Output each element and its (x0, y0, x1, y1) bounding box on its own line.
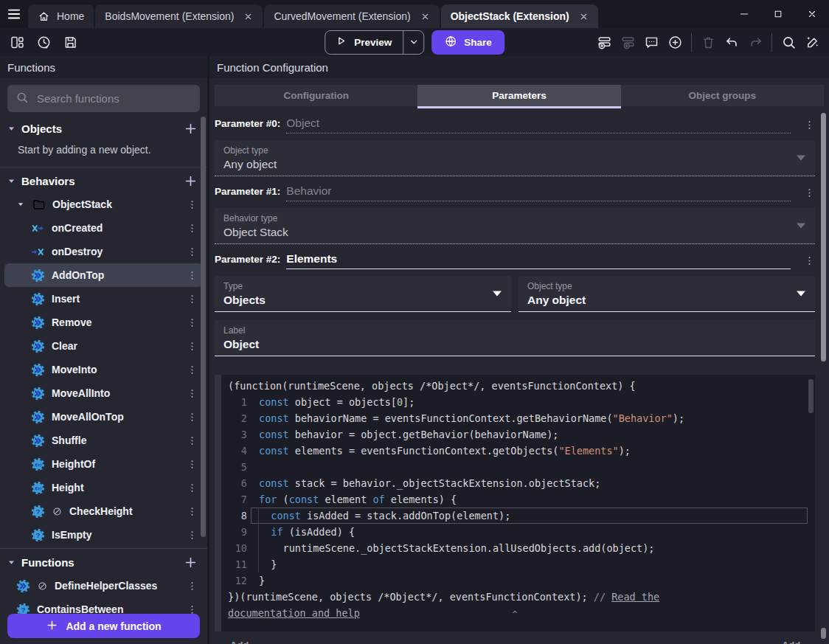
caret-down-icon[interactable] (16, 200, 25, 209)
field-label: Behavior type (223, 213, 806, 224)
parameter-menu-icon[interactable] (804, 187, 815, 198)
maximize-icon[interactable] (761, 0, 795, 28)
tab-close-icon[interactable] (579, 12, 589, 21)
item-menu-icon[interactable] (187, 270, 198, 281)
item-menu-icon[interactable] (187, 246, 198, 257)
sidebar-item-moveinto[interactable]: MoveInto (4, 358, 203, 381)
add-objects-icon[interactable] (184, 122, 198, 136)
sidebar-item-objectstack[interactable]: ObjectStack (4, 193, 203, 216)
minimize-icon[interactable] (727, 0, 761, 28)
item-menu-icon[interactable] (187, 459, 198, 470)
item-menu-icon[interactable] (187, 388, 198, 399)
sidebar-item-ondestroy[interactable]: onDestroy (4, 240, 203, 263)
section-header-functions[interactable]: Functions (0, 550, 207, 574)
sidebar-item-clear[interactable]: Clear (4, 334, 203, 358)
item-menu-icon[interactable] (187, 223, 198, 234)
tab-curvedmovement-extension[interactable]: CurvedMovement (Extension) (264, 4, 439, 28)
item-menu-icon[interactable] (187, 294, 198, 305)
history-icon[interactable] (32, 31, 55, 53)
sidebar-item-shuffle[interactable]: Shuffle (4, 429, 203, 452)
tab-object-groups[interactable]: Object groups (621, 85, 824, 106)
search-functions-input[interactable] (35, 91, 192, 105)
share-button[interactable]: Share (431, 30, 504, 55)
undo-icon[interactable] (721, 31, 743, 53)
documentation-link[interactable]: documentation and help (228, 607, 360, 619)
chevron-down-icon[interactable] (797, 291, 805, 297)
code-text: const behaviorName = eventsFunctionConte… (259, 410, 684, 426)
parameter-menu-icon[interactable] (804, 255, 815, 266)
sidebar-item-isempty[interactable]: ?IsEmpty (4, 523, 203, 547)
sidebar-item-heightof[interactable]: f(x)HeightOf (4, 452, 203, 476)
field-type[interactable]: TypeObjects (215, 276, 511, 312)
fold-hint[interactable]: ^ (513, 606, 518, 623)
sidebar-scrollbar[interactable] (201, 117, 206, 537)
field-label[interactable]: LabelObject (215, 320, 815, 356)
field-object-type[interactable]: Object typeAny object (518, 276, 815, 312)
caret-down-icon[interactable] (7, 176, 16, 186)
section-header-behaviors[interactable]: Behaviors (0, 169, 207, 193)
chevron-down-icon[interactable] (797, 156, 805, 161)
parameter-menu-icon[interactable] (804, 120, 815, 131)
sidebar-item-label: Insert (52, 293, 180, 305)
documentation-link[interactable]: Read the (611, 591, 659, 603)
preview-button[interactable]: Preview (325, 30, 424, 55)
item-menu-icon[interactable] (187, 506, 198, 517)
parameter-name-input[interactable]: Object (286, 117, 791, 134)
code-scrollbar[interactable] (808, 379, 814, 413)
sidebar-item-moveallontop[interactable]: MoveAllOnTop (4, 405, 203, 429)
item-menu-icon[interactable] (187, 317, 198, 328)
item-menu-icon[interactable] (187, 482, 198, 494)
code-editor[interactable]: (function(runtimeScene, objects /*Object… (215, 375, 815, 631)
preview-dropdown-button[interactable] (403, 31, 423, 54)
item-menu-icon[interactable] (187, 530, 198, 541)
add-circle-icon[interactable] (664, 31, 686, 53)
add-event-icon[interactable] (593, 31, 615, 53)
parameter-name-input[interactable]: Elements (286, 252, 791, 269)
sidebar-item-addontop[interactable]: AddOnTop (4, 263, 203, 287)
sidebar-item-height[interactable]: f(x)Height (4, 476, 203, 499)
sidebar-item-moveallinto[interactable]: MoveAllInto (4, 381, 203, 405)
tab-close-icon[interactable] (420, 12, 430, 21)
tab-close-icon[interactable] (243, 12, 253, 21)
parameter-name-input[interactable]: Behavior (286, 184, 791, 201)
save-icon[interactable] (59, 31, 81, 53)
sidebar-item-definehelperclasses[interactable]: DefineHelperClasses (4, 574, 203, 598)
search-icon[interactable] (777, 31, 799, 53)
tab-objectstack-extension[interactable]: ObjectStack (Extension) (441, 4, 598, 28)
sidebar-item-remove[interactable]: Remove (4, 311, 203, 334)
item-menu-icon[interactable] (187, 341, 198, 352)
item-menu-icon[interactable] (187, 199, 198, 210)
add-behaviors-icon[interactable] (184, 174, 198, 188)
field-object-type[interactable]: Object typeAny object (215, 140, 815, 176)
search-functions-box[interactable] (7, 85, 200, 112)
sidebar-item-oncreated[interactable]: onCreated (4, 216, 203, 240)
chevron-down-icon[interactable] (797, 224, 805, 229)
item-menu-icon[interactable] (187, 412, 198, 423)
sidebar-item-insert[interactable]: Insert (4, 287, 203, 311)
caret-down-icon[interactable] (7, 558, 16, 567)
sidebar-item-checkheight[interactable]: ?CheckHeight (4, 499, 203, 523)
item-menu-icon[interactable] (187, 435, 198, 446)
add-functions-icon[interactable] (184, 555, 198, 569)
tab-bar: HomeBoidsMovement (Extension)CurvedMovem… (28, 4, 598, 28)
add-comment-icon[interactable] (640, 31, 662, 53)
field-behavior-type[interactable]: Behavior typeObject Stack (215, 208, 815, 244)
close-icon[interactable] (795, 0, 829, 28)
item-menu-icon[interactable] (187, 581, 198, 592)
chevron-down-icon[interactable] (493, 291, 502, 297)
item-menu-icon[interactable] (187, 364, 198, 375)
tab-parameters[interactable]: Parameters (417, 85, 620, 106)
hamburger-menu-icon[interactable] (0, 0, 28, 28)
tab-configuration[interactable]: Configuration (215, 85, 417, 106)
tab-home[interactable]: Home (28, 4, 94, 28)
tab-boidsmovement-extension[interactable]: BoidsMovement (Extension) (95, 4, 263, 28)
section-header-objects[interactable]: Objects (0, 117, 207, 140)
parameters-scrollbar[interactable] (821, 113, 826, 361)
add-new-function-button[interactable]: Add a new function (7, 614, 200, 638)
preview-button-main[interactable]: Preview (325, 31, 403, 54)
panel-scrollbar[interactable] (821, 628, 826, 639)
magic-pen-icon[interactable] (801, 31, 823, 53)
gear-fx-icon: f(x) (31, 481, 45, 495)
caret-down-icon[interactable] (7, 124, 16, 134)
panels-icon[interactable] (6, 31, 28, 53)
